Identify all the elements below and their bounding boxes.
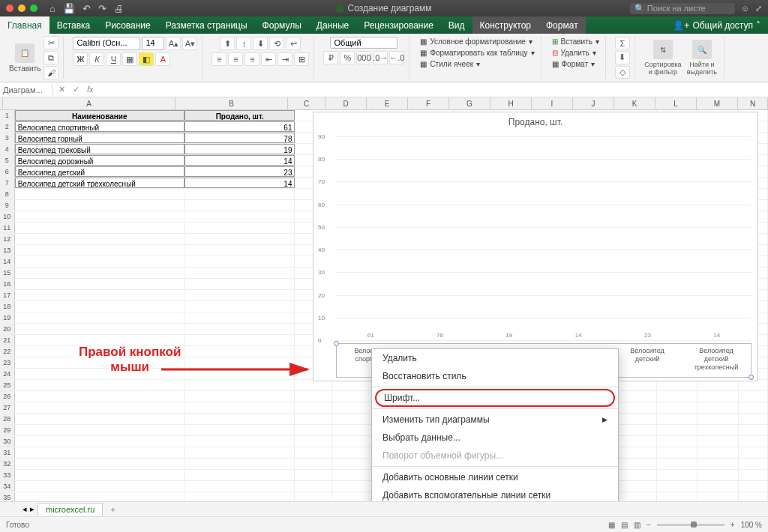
context-menu-item[interactable]: Добавить основные линии сетки <box>372 468 618 486</box>
cell[interactable]: Велосипед спортивный <box>15 121 184 132</box>
row-header[interactable]: 11 <box>0 223 15 233</box>
tab-format[interactable]: Формат <box>538 16 586 34</box>
find-select-button[interactable]: 🔍 Найти и выделить <box>685 40 719 76</box>
cell[interactable]: Велосипед детский <box>15 166 184 177</box>
zoom-slider[interactable] <box>657 524 724 526</box>
cell[interactable] <box>184 234 296 244</box>
cell[interactable] <box>616 414 657 424</box>
row-header[interactable]: 18 <box>0 301 15 312</box>
cell[interactable] <box>698 425 738 435</box>
cell[interactable] <box>332 402 373 413</box>
cell[interactable] <box>295 492 332 501</box>
axis-selection-handle[interactable] <box>334 341 339 346</box>
tab-view[interactable]: Вид <box>441 16 472 34</box>
font-color-button[interactable]: A <box>155 52 170 66</box>
cell[interactable] <box>616 425 657 435</box>
font-size-select[interactable]: 14 <box>142 37 164 50</box>
cell[interactable] <box>295 380 332 390</box>
currency-icon[interactable]: ₽ <box>323 51 338 64</box>
clear-icon[interactable]: ◇ <box>615 66 630 79</box>
cell[interactable] <box>295 402 332 413</box>
column-header[interactable]: D <box>326 97 367 109</box>
autosum-icon[interactable]: Σ <box>615 37 630 49</box>
zoom-in-button[interactable]: + <box>730 521 735 529</box>
merge-icon[interactable]: ⊞ <box>294 52 309 66</box>
tab-home[interactable]: Главная <box>0 16 50 34</box>
cell[interactable] <box>15 211 184 222</box>
confirm-formula-icon[interactable]: ✓ <box>73 85 80 94</box>
row-header[interactable]: 28 <box>0 414 15 424</box>
row-header[interactable]: 4 <box>0 144 15 154</box>
row-header[interactable]: 30 <box>0 436 15 447</box>
row-header[interactable]: 34 <box>0 481 15 492</box>
row-header[interactable]: 13 <box>0 245 15 256</box>
row-header[interactable]: 15 <box>0 267 15 278</box>
cell[interactable]: 14 <box>184 155 296 166</box>
cell[interactable] <box>15 447 184 458</box>
row-header[interactable]: 29 <box>0 425 15 435</box>
context-menu-item[interactable]: Удалить <box>372 349 618 367</box>
row-header[interactable]: 14 <box>0 256 15 267</box>
format-cells-button[interactable]: ▦Формат ▾ <box>550 59 597 69</box>
cell[interactable] <box>698 481 738 492</box>
column-header[interactable]: H <box>490 97 532 109</box>
fx-icon[interactable]: fx <box>87 85 94 94</box>
share-button[interactable]: Общий доступ <box>692 20 753 31</box>
cell[interactable] <box>15 279 184 289</box>
row-header[interactable]: 10 <box>0 211 15 222</box>
cell[interactable]: 23 <box>184 166 296 177</box>
cell[interactable] <box>184 279 296 289</box>
cell[interactable] <box>184 312 296 323</box>
row-header[interactable]: 12 <box>0 234 15 244</box>
cell[interactable] <box>184 492 296 501</box>
cell[interactable]: Велосипед горный <box>15 133 184 143</box>
cell[interactable] <box>332 492 373 501</box>
decrease-indent-icon[interactable]: ⇤ <box>261 52 276 66</box>
row-header[interactable]: 35 <box>0 492 15 501</box>
cell[interactable] <box>616 447 657 458</box>
paste-button[interactable]: 📋 Вставить <box>9 43 40 73</box>
x-axis-label[interactable]: Велосипед детский <box>618 347 676 377</box>
axis-selection-handle[interactable] <box>748 375 754 380</box>
copy-icon[interactable]: ⧉ <box>44 51 58 64</box>
cell[interactable]: Велосипед детский трехколесный <box>15 178 184 188</box>
cell[interactable] <box>657 492 698 501</box>
cancel-formula-icon[interactable]: ✕ <box>58 85 65 94</box>
cell[interactable] <box>698 470 738 480</box>
row-header[interactable]: 20 <box>0 324 15 334</box>
row-header[interactable]: 2 <box>0 121 15 132</box>
column-header[interactable]: L <box>656 97 697 109</box>
cell[interactable] <box>15 481 184 492</box>
inc-decimal-icon[interactable]: .0→ <box>373 51 388 64</box>
tab-review[interactable]: Рецензирование <box>356 16 441 34</box>
cell[interactable] <box>15 425 184 435</box>
cell[interactable] <box>15 470 184 480</box>
cell[interactable] <box>698 380 738 390</box>
cell[interactable] <box>657 414 698 424</box>
cell[interactable]: 14 <box>184 178 296 188</box>
cell[interactable] <box>739 447 768 458</box>
cell[interactable] <box>698 447 738 458</box>
insert-cells-button[interactable]: ⊞Вставить ▾ <box>550 37 601 46</box>
cell-styles-button[interactable]: ▦Стили ячеек ▾ <box>418 59 482 69</box>
row-header[interactable]: 25 <box>0 380 15 390</box>
minimize-icon[interactable] <box>18 4 26 12</box>
cell[interactable] <box>184 380 296 390</box>
cell[interactable] <box>15 414 184 424</box>
row-header[interactable]: 5 <box>0 155 15 166</box>
cell[interactable] <box>332 470 373 480</box>
cell[interactable] <box>332 414 373 424</box>
cell[interactable] <box>15 324 184 334</box>
cell[interactable] <box>698 436 738 447</box>
cell[interactable] <box>184 447 296 458</box>
column-header[interactable]: M <box>697 97 738 109</box>
cell[interactable] <box>739 492 768 501</box>
orientation-icon[interactable]: ⟲ <box>269 37 284 50</box>
cell[interactable] <box>184 245 296 256</box>
tab-draw[interactable]: Рисование <box>98 16 158 34</box>
cell[interactable] <box>616 459 657 469</box>
format-as-table-button[interactable]: ▦Форматировать как таблицу ▾ <box>418 48 536 58</box>
cell[interactable] <box>332 436 373 447</box>
cell[interactable] <box>15 189 184 199</box>
cell[interactable] <box>184 223 296 233</box>
